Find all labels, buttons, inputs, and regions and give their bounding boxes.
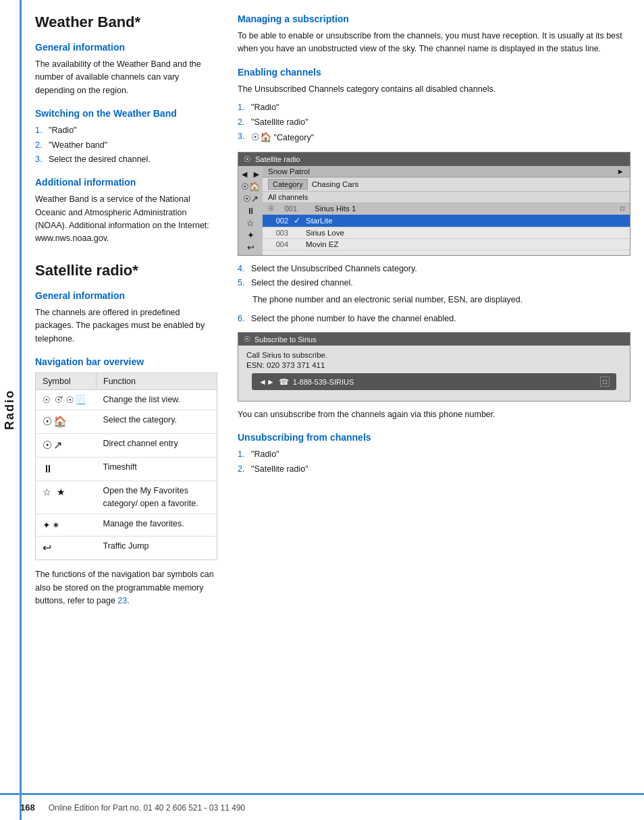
table-row: ✦✶ Manage the favorites. xyxy=(36,514,217,537)
list-item: 2."Satellite radio" xyxy=(238,463,630,476)
symbol-manage-favorites: ✦✶ xyxy=(43,520,61,530)
mockup-scroll-indicator: ► xyxy=(617,167,624,175)
subscribe-controls: ◄► xyxy=(259,377,275,387)
symbol-timeshift: ⏸ xyxy=(43,463,55,474)
footer-text: Online Edition for Part no. 01 40 2 606 … xyxy=(49,803,246,813)
mockup-header-title: Satellite radio xyxy=(255,155,300,163)
mockup-channel-row: 004 Movin EZ xyxy=(263,239,630,250)
mockup-chasing-cars: Chasing Cars xyxy=(312,180,359,188)
mockup-header-icon: ☉ xyxy=(244,155,251,164)
sidebar-icon-star: ☆ xyxy=(246,218,254,228)
unsubscribing-steps: 1."Radio" 2."Satellite radio" xyxy=(238,448,630,476)
symbol-traffic-jump: ↩ xyxy=(43,542,53,553)
mockup-category-label: Category xyxy=(268,179,308,190)
channel-name-3: Sirius Love xyxy=(306,229,624,237)
list-item: 1."Radio" xyxy=(35,124,217,137)
weather-band-general-text: The availability of the Weather Band and… xyxy=(35,58,217,97)
mockup-category-row: Category Chasing Cars xyxy=(263,177,630,192)
page-footer: 168 Online Edition for Part no. 01 40 2 … xyxy=(0,793,644,820)
table-header-symbol: Symbol xyxy=(36,373,97,389)
table-row: ⏸ Timeshift xyxy=(36,458,217,481)
mockup-body: ◄ ► ☉🏠 ☉↗ ⏸ ☆ ✦ ↩ Snow Patrol ► xyxy=(238,166,630,255)
mockup-channel-row-selected: 002 ✓ StarLite xyxy=(263,215,630,227)
sidebar-icon-star-filled: ✦ xyxy=(247,230,254,240)
channel-hd-icon: □ xyxy=(620,204,624,212)
symbol-list-views: ☉ ☉⃗ ☉📃 xyxy=(43,395,86,405)
list-item: 1."Radio" xyxy=(238,448,630,461)
subscribe-phone-number: 1-888-539-SIRIUS xyxy=(293,378,354,386)
general-info-heading-2: General information xyxy=(35,290,217,301)
mockup-controls: ◄ ► xyxy=(240,169,261,180)
weather-band-title: Weather Band* xyxy=(35,13,217,31)
table-row: ☉↗ Direct channel entry xyxy=(36,434,217,458)
page-link[interactable]: 23 xyxy=(117,596,127,605)
category-icon: ☉🏠 xyxy=(251,132,271,142)
enabling-channels-text: The Unsubscribed Channels category conta… xyxy=(238,83,630,96)
unsubscribing-heading: Unsubscribing from channels xyxy=(238,432,630,443)
nav-bar-table: Symbol Function ☉ ☉⃗ ☉📃 Change the list … xyxy=(35,373,217,561)
list-item: 4. Select the Unsubscribed Channels cate… xyxy=(238,263,630,275)
subscribe-phone-icon: ☎ xyxy=(279,377,289,387)
subscribe-mockup: ☉ Subscribe to Sirius Call Sirius to sub… xyxy=(238,332,630,402)
table-row: ☉ ☉⃗ ☉📃 Change the list view. xyxy=(36,389,217,410)
channel-name-1: Sirius Hits 1 xyxy=(315,204,620,213)
subscribe-header: ☉ Subscribe to Sirius xyxy=(238,333,630,346)
general-info-heading-1: General information xyxy=(35,42,217,53)
page-number: 168 xyxy=(20,802,35,813)
next-icon: ► xyxy=(252,169,261,180)
table-row: ↩ Traffic Jump xyxy=(36,537,217,560)
table-row: ☉🏠 Select the category. xyxy=(36,410,217,434)
subscribe-line2: ESN: 020 373 371 411 xyxy=(246,361,622,369)
subscribe-body: Call Sirius to subscribe. ESN: 020 373 3… xyxy=(238,346,630,401)
switching-on-heading: Switching on the Weather Band xyxy=(35,108,217,119)
list-item: 2."Satellite radio" xyxy=(238,116,630,129)
unsubscribe-note: You can unsubscribe from the channels ag… xyxy=(238,408,630,421)
sidebar-icon-traffic: ↩ xyxy=(247,242,254,252)
subscribe-end-icon: □ xyxy=(600,377,610,387)
list-item: 1."Radio" xyxy=(238,101,630,114)
subscribe-line1: Call Sirius to subscribe. xyxy=(246,351,622,359)
mockup-channel-row: 003 Sirius Love xyxy=(263,227,630,239)
subscribe-footer: ◄► ☎ 1-888-539-SIRIUS □ xyxy=(252,373,616,390)
satellite-radio-title: Satellite radio* xyxy=(35,262,217,279)
table-row: ☆ ★ Open the My Favorites category/ open… xyxy=(36,481,217,514)
mockup-all-channels: All channels xyxy=(263,192,630,203)
mockup-sidebar: ◄ ► ☉🏠 ☉↗ ⏸ ☆ ✦ ↩ xyxy=(238,166,263,255)
satellite-ui-mockup: ☉ Satellite radio ◄ ► ☉🏠 ☉↗ ⏸ ☆ ✦ xyxy=(238,152,630,256)
prev-icon: ◄ xyxy=(240,169,249,180)
sidebar-icon-timeshift: ⏸ xyxy=(246,206,255,216)
subscribe-header-title: Subscribe to Sirius xyxy=(254,335,317,344)
step6-list: 6. Select the phone number to have the c… xyxy=(238,312,630,325)
list-item: 3. ☉🏠 "Category" xyxy=(238,130,630,145)
right-column: Managing a subscription To be able to en… xyxy=(231,13,644,820)
left-column: Weather Band* General information The av… xyxy=(22,13,231,820)
symbol-direct-entry: ☉↗ xyxy=(43,439,63,451)
step5-subtext: The phone number and an electronic seria… xyxy=(238,294,630,306)
mockup-main-area: Snow Patrol ► Category Chasing Cars All … xyxy=(263,166,630,255)
symbol-category: ☉🏠 xyxy=(43,416,68,427)
managing-subscription-text: To be able to enable or unsubscribe from… xyxy=(238,30,630,56)
list-item: 5. Select the desired channel. xyxy=(238,277,630,290)
mockup-header: ☉ Satellite radio xyxy=(238,153,630,166)
table-header-function: Function xyxy=(97,373,217,389)
mockup-menu-snow-patrol: Snow Patrol ► xyxy=(263,166,630,177)
mockup-signal-icon: ☉ xyxy=(268,204,274,212)
switching-on-list: 1."Radio" 2."Weather band" 3.Select the … xyxy=(35,124,217,166)
subscribe-header-icon: ☉ xyxy=(244,335,250,344)
nav-bar-note: The functions of the navigation bar symb… xyxy=(35,568,217,607)
satellite-general-text: The channels are offered in predefined p… xyxy=(35,306,217,346)
additional-info-text: Weather Band is a service of the Nationa… xyxy=(35,193,217,246)
mockup-channel-row: ☉ 001 Sirius Hits 1 □ xyxy=(263,203,630,215)
channel-name-4: Movin EZ xyxy=(306,240,624,248)
nav-bar-overview-heading: Navigation bar overview xyxy=(35,356,217,367)
enabling-steps-continued: 4. Select the Unsubscribed Channels cate… xyxy=(238,263,630,290)
list-item: 6. Select the phone number to have the c… xyxy=(238,312,630,325)
additional-info-heading: Additional information xyxy=(35,177,217,188)
sidebar-radio-label: Radio xyxy=(0,0,22,820)
enabling-channels-steps: 1."Radio" 2."Satellite radio" 3. ☉🏠 "Cat… xyxy=(238,101,630,144)
symbol-favorites: ☆ ★ xyxy=(43,487,67,497)
sidebar-icon-1: ☉🏠 xyxy=(241,182,260,192)
managing-subscription-heading: Managing a subscription xyxy=(238,13,630,24)
list-item: 2."Weather band" xyxy=(35,139,217,152)
enabling-channels-heading: Enabling channels xyxy=(238,67,630,78)
